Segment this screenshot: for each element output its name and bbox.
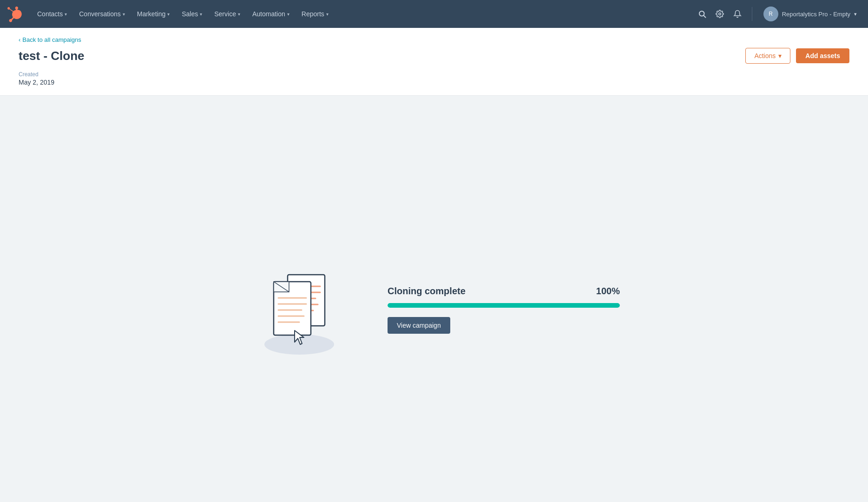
chevron-down-icon: ▾ [123, 12, 125, 17]
chevron-down-icon: ▾ [238, 12, 240, 17]
progress-bar-fill [388, 303, 620, 308]
chevron-down-icon: ▾ [200, 12, 202, 17]
cloning-percent: 100% [596, 286, 620, 297]
actions-button[interactable]: Actions ▾ [745, 48, 790, 64]
chevron-down-icon: ▾ [326, 12, 329, 17]
search-button[interactable] [695, 7, 709, 21]
cloning-info: Cloning complete 100% View campaign [388, 286, 620, 334]
chevron-down-icon: ▾ [167, 12, 170, 17]
page-title-row: test - Clone Actions ▾ Add assets [19, 48, 849, 64]
svg-point-2 [718, 13, 721, 15]
cloning-illustration [248, 258, 350, 361]
chevron-down-icon: ▾ [778, 52, 782, 59]
back-link[interactable]: ‹ Back to all campaigns [19, 36, 81, 43]
nav-item-reports[interactable]: Reports ▾ [296, 7, 334, 21]
nav-item-marketing[interactable]: Marketing ▾ [132, 7, 175, 21]
nav-item-service[interactable]: Service ▾ [209, 7, 246, 21]
svg-line-1 [704, 15, 705, 17]
avatar: R [763, 7, 778, 21]
account-name: Reportalytics Pro - Empty [782, 11, 850, 18]
view-campaign-button[interactable]: View campaign [388, 317, 450, 334]
cloning-header: Cloning complete 100% [388, 286, 620, 297]
page-title: test - Clone [19, 49, 85, 63]
notifications-button[interactable] [730, 7, 744, 21]
nav-item-automation[interactable]: Automation ▾ [247, 7, 295, 21]
nav-item-contacts[interactable]: Contacts ▾ [32, 7, 72, 21]
chevron-down-icon: ▾ [287, 12, 289, 17]
nav-items: Contacts ▾ Conversations ▾ Marketing ▾ S… [32, 7, 693, 21]
meta-label: Created [19, 71, 849, 78]
account-menu[interactable]: R Reportalytics Pro - Empty ▾ [760, 5, 861, 23]
meta-date: May 2, 2019 [19, 79, 849, 86]
nav-right: R Reportalytics Pro - Empty ▾ [695, 5, 861, 23]
chevron-down-icon: ▾ [854, 11, 857, 17]
navbar: Contacts ▾ Conversations ▾ Marketing ▾ S… [0, 0, 868, 28]
progress-bar-background [388, 303, 620, 308]
chevron-down-icon: ▾ [65, 12, 67, 17]
main-content: Cloning complete 100% View campaign [0, 96, 868, 502]
header-actions: Actions ▾ Add assets [745, 48, 849, 64]
settings-button[interactable] [713, 7, 727, 21]
nav-item-conversations[interactable]: Conversations ▾ [73, 7, 131, 21]
page-header: ‹ Back to all campaigns test - Clone Act… [0, 28, 868, 96]
nav-divider [752, 7, 752, 21]
hubspot-logo[interactable] [7, 6, 24, 22]
cloning-title: Cloning complete [388, 286, 466, 297]
back-arrow-icon: ‹ [19, 36, 20, 43]
add-assets-button[interactable]: Add assets [796, 48, 849, 63]
cloning-container: Cloning complete 100% View campaign [220, 231, 648, 389]
nav-item-sales[interactable]: Sales ▾ [176, 7, 208, 21]
